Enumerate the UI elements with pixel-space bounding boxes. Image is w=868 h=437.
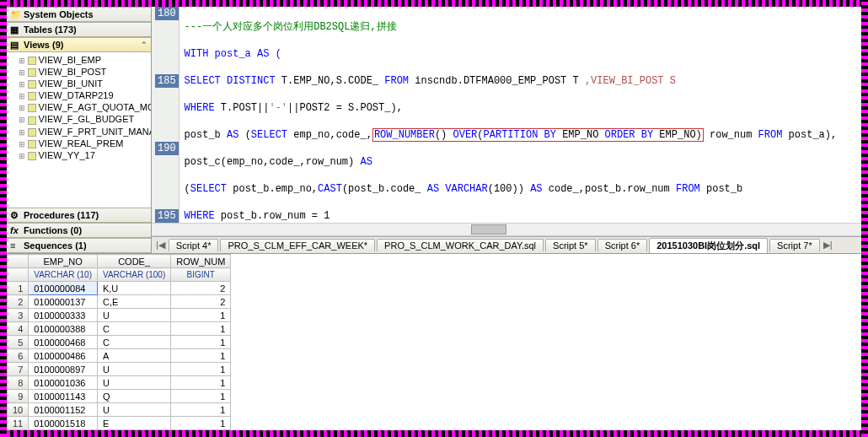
code-container[interactable]: 180 185 190 195 <box>152 7 861 223</box>
col-row-num[interactable]: ROW_NUM <box>171 255 231 268</box>
view-item-icon <box>28 80 36 89</box>
tree-item[interactable]: VIEW_REAL_PREM <box>7 138 151 149</box>
tab-script5[interactable]: Script 5* <box>545 239 596 251</box>
procedures-label: Procedures (117) <box>24 210 99 220</box>
col-emp-no[interactable]: EMP_NO <box>29 255 98 268</box>
functions-header[interactable]: fx Functions (0) <box>7 223 151 238</box>
table-row[interactable]: 8 0100001036 U 1 <box>8 376 231 390</box>
editor-area: 180 185 190 195 <box>152 7 861 253</box>
chevron-up-icon: ⌃ <box>141 40 147 49</box>
table-row[interactable]: 2 0100000137 C,E 2 <box>8 295 231 309</box>
view-item-icon <box>28 92 36 100</box>
sequence-icon: ≡ <box>10 240 20 251</box>
line-gutter: 180 185 190 195 <box>152 7 179 223</box>
tabs-nav-right[interactable]: ▶| <box>821 240 835 251</box>
table-row[interactable]: 10 0100001152 U 1 <box>8 403 231 417</box>
view-item-icon <box>28 128 36 137</box>
view-item-icon <box>28 104 36 112</box>
procedure-icon: ⚙ <box>10 210 20 220</box>
system-objects-header[interactable]: 📁 System Objects <box>7 7 151 22</box>
procedures-header[interactable]: ⚙ Procedures (117) <box>7 208 151 223</box>
view-item-icon <box>28 116 36 125</box>
tree-item[interactable]: VIEW_BI_UNIT <box>7 78 151 89</box>
view-item-icon <box>28 68 36 77</box>
sequences-label: Sequences (1) <box>24 240 87 251</box>
results-grid[interactable]: EMP_NO CODE_ ROW_NUM VARCHAR (10) VARCHA… <box>7 254 231 430</box>
folder-icon: 📁 <box>10 9 20 19</box>
table-row[interactable]: 4 0100000388 C 1 <box>8 322 231 336</box>
view-item-icon <box>28 57 36 65</box>
tab-pro-work-car-day[interactable]: PRO_S_CLM_WORK_CAR_DAY.sql <box>377 239 544 251</box>
db-manager-app: 📁 System Objects ▦ Tables (173) ▤ Views … <box>7 7 861 430</box>
sql-code[interactable]: ---一个人对应多个岗位利用DB2SQL递归,拼接 WITH post_a AS… <box>179 7 861 223</box>
tab-pro-eff-car-week[interactable]: PRO_S_CLM_EFF_CAR_WEEK* <box>220 239 375 251</box>
tab-script7[interactable]: Script 7* <box>769 239 820 251</box>
table-row[interactable]: 3 0100000333 U 1 <box>8 309 231 322</box>
row-header-blank <box>8 255 29 268</box>
table-row[interactable]: 5 0100000468 C 1 <box>8 336 231 349</box>
tree-item[interactable]: VIEW_YY_17 <box>7 149 151 161</box>
col-type-code: VARCHAR (100) <box>97 268 170 282</box>
tree-item[interactable]: VIEW_F_GL_BUDGET <box>7 113 151 125</box>
tables-header[interactable]: ▦ Tables (173) <box>7 22 151 37</box>
table-row[interactable]: 9 0100001143 Q 1 <box>8 390 231 403</box>
table-row[interactable]: 6 0100000486 A 1 <box>8 349 231 363</box>
tree-item[interactable]: VIEW_BI_EMP <box>7 54 151 66</box>
sequences-header[interactable]: ≡ Sequences (1) <box>7 238 151 253</box>
views-header[interactable]: ▤ Views (9) ⌃ <box>7 37 151 52</box>
table-icon: ▦ <box>10 24 20 35</box>
col-type-emp-no: VARCHAR (10) <box>29 268 98 282</box>
col-type-row-num: BIGINT <box>171 268 231 282</box>
tabs-bar: |◀ Script 4* PRO_S_CLM_EFF_CAR_WEEK* PRO… <box>152 236 861 253</box>
tree-item[interactable]: VIEW_DTARP219 <box>7 89 151 101</box>
views-tree[interactable]: VIEW_BI_EMP VIEW_BI_POST VIEW_BI_UNIT VI… <box>7 52 151 208</box>
table-row[interactable]: 1 0100000084 K,U 2 <box>8 282 231 295</box>
table-row[interactable]: 11 0100001518 E 1 <box>8 417 231 430</box>
tab-script6[interactable]: Script 6* <box>597 239 648 251</box>
results-grid-area[interactable]: EMP_NO CODE_ ROW_NUM VARCHAR (10) VARCHA… <box>7 253 861 430</box>
tree-item[interactable]: VIEW_F_PRT_UNIT_MANAGER <box>7 126 151 138</box>
table-row[interactable]: 7 0100000897 U 1 <box>8 363 231 376</box>
tree-item[interactable]: VIEW_F_AGT_QUOTA_MONTH <box>7 101 151 113</box>
sidebar: 📁 System Objects ▦ Tables (173) ▤ Views … <box>7 7 152 253</box>
view-item-icon <box>28 140 36 148</box>
col-code[interactable]: CODE_ <box>97 255 170 268</box>
function-icon: fx <box>10 225 20 235</box>
tables-label: Tables (173) <box>24 24 77 35</box>
functions-label: Functions (0) <box>24 225 82 235</box>
tab-script4[interactable]: Script 4* <box>169 239 219 251</box>
view-item-icon <box>28 152 36 160</box>
row-header-blank <box>8 268 29 282</box>
view-icon: ▤ <box>10 40 20 50</box>
top-row: 📁 System Objects ▦ Tables (173) ▤ Views … <box>7 7 861 253</box>
tabs-nav-left[interactable]: |◀ <box>153 240 168 251</box>
system-objects-label: System Objects <box>24 9 94 19</box>
views-label: Views (9) <box>24 40 64 50</box>
tree-item[interactable]: VIEW_BI_POST <box>7 66 151 78</box>
tab-bi-post[interactable]: 20151030BI岗位划分.sql <box>649 238 768 253</box>
horizontal-scrollbar[interactable] <box>152 223 861 236</box>
